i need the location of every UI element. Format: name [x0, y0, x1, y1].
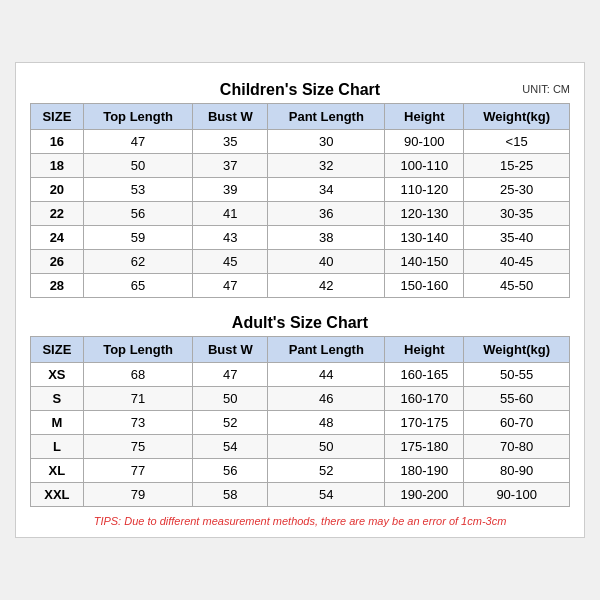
table-cell: 30 [268, 130, 385, 154]
table-cell: 52 [193, 411, 268, 435]
table-cell: 47 [193, 363, 268, 387]
table-cell: 80-90 [464, 459, 570, 483]
table-cell: 62 [83, 250, 193, 274]
table-cell: 70-80 [464, 435, 570, 459]
table-cell: 22 [31, 202, 84, 226]
children-col-header: Weight(kg) [464, 104, 570, 130]
table-cell: 18 [31, 154, 84, 178]
table-row: 24594338130-14035-40 [31, 226, 570, 250]
chart-container: Children's Size Chart UNIT: CM SIZETop L… [15, 62, 585, 538]
table-cell: 79 [83, 483, 193, 507]
table-cell: 130-140 [385, 226, 464, 250]
table-cell: 56 [83, 202, 193, 226]
table-row: L755450175-18070-80 [31, 435, 570, 459]
adults-section-header: Adult's Size Chart [30, 308, 570, 336]
table-row: XL775652180-19080-90 [31, 459, 570, 483]
table-cell: XL [31, 459, 84, 483]
table-cell: 48 [268, 411, 385, 435]
table-row: 18503732100-11015-25 [31, 154, 570, 178]
adults-header-row: SIZETop LengthBust WPant LengthHeightWei… [31, 337, 570, 363]
table-cell: 75 [83, 435, 193, 459]
table-cell: 39 [193, 178, 268, 202]
table-cell: 16 [31, 130, 84, 154]
table-cell: 150-160 [385, 274, 464, 298]
table-cell: 50 [83, 154, 193, 178]
table-cell: XS [31, 363, 84, 387]
table-cell: 100-110 [385, 154, 464, 178]
table-cell: 52 [268, 459, 385, 483]
adults-col-header: Weight(kg) [464, 337, 570, 363]
table-cell: 120-130 [385, 202, 464, 226]
children-col-header: SIZE [31, 104, 84, 130]
children-col-header: Top Length [83, 104, 193, 130]
table-cell: 175-180 [385, 435, 464, 459]
table-cell: 180-190 [385, 459, 464, 483]
table-cell: 68 [83, 363, 193, 387]
table-cell: 41 [193, 202, 268, 226]
table-cell: 25-30 [464, 178, 570, 202]
table-cell: M [31, 411, 84, 435]
children-col-header: Bust W [193, 104, 268, 130]
table-cell: 47 [83, 130, 193, 154]
table-cell: 45-50 [464, 274, 570, 298]
table-cell: 40 [268, 250, 385, 274]
table-cell: 34 [268, 178, 385, 202]
table-row: M735248170-17560-70 [31, 411, 570, 435]
table-cell: 26 [31, 250, 84, 274]
table-cell: 59 [83, 226, 193, 250]
table-cell: 36 [268, 202, 385, 226]
table-row: S715046160-17055-60 [31, 387, 570, 411]
table-cell: 53 [83, 178, 193, 202]
table-cell: 44 [268, 363, 385, 387]
adults-col-header: Top Length [83, 337, 193, 363]
table-cell: 71 [83, 387, 193, 411]
table-cell: 56 [193, 459, 268, 483]
table-cell: 170-175 [385, 411, 464, 435]
children-col-header: Height [385, 104, 464, 130]
table-cell: 45 [193, 250, 268, 274]
table-row: 28654742150-16045-50 [31, 274, 570, 298]
table-row: 22564136120-13030-35 [31, 202, 570, 226]
table-cell: 28 [31, 274, 84, 298]
table-cell: 20 [31, 178, 84, 202]
table-cell: 160-170 [385, 387, 464, 411]
children-header-row: SIZETop LengthBust WPant LengthHeightWei… [31, 104, 570, 130]
table-cell: 47 [193, 274, 268, 298]
table-cell: 40-45 [464, 250, 570, 274]
table-cell: 42 [268, 274, 385, 298]
table-cell: 140-150 [385, 250, 464, 274]
adults-col-header: SIZE [31, 337, 84, 363]
table-row: 26624540140-15040-45 [31, 250, 570, 274]
table-cell: 110-120 [385, 178, 464, 202]
table-cell: L [31, 435, 84, 459]
table-cell: <15 [464, 130, 570, 154]
table-cell: 35 [193, 130, 268, 154]
table-cell: 73 [83, 411, 193, 435]
table-row: 1647353090-100<15 [31, 130, 570, 154]
table-cell: 54 [193, 435, 268, 459]
table-cell: S [31, 387, 84, 411]
table-cell: 24 [31, 226, 84, 250]
table-cell: 50 [268, 435, 385, 459]
table-row: XS684744160-16550-55 [31, 363, 570, 387]
table-cell: 60-70 [464, 411, 570, 435]
adults-table: SIZETop LengthBust WPant LengthHeightWei… [30, 336, 570, 507]
table-row: XXL795854190-20090-100 [31, 483, 570, 507]
table-cell: 50 [193, 387, 268, 411]
table-cell: 58 [193, 483, 268, 507]
adults-title: Adult's Size Chart [232, 314, 368, 331]
children-table: SIZETop LengthBust WPant LengthHeightWei… [30, 103, 570, 298]
children-col-header: Pant Length [268, 104, 385, 130]
table-cell: 50-55 [464, 363, 570, 387]
children-title: Children's Size Chart [220, 81, 380, 98]
table-cell: 54 [268, 483, 385, 507]
table-cell: XXL [31, 483, 84, 507]
table-cell: 65 [83, 274, 193, 298]
table-cell: 160-165 [385, 363, 464, 387]
table-cell: 77 [83, 459, 193, 483]
table-cell: 90-100 [464, 483, 570, 507]
table-cell: 55-60 [464, 387, 570, 411]
children-section-header: Children's Size Chart UNIT: CM [30, 75, 570, 103]
table-row: 20533934110-12025-30 [31, 178, 570, 202]
table-cell: 15-25 [464, 154, 570, 178]
